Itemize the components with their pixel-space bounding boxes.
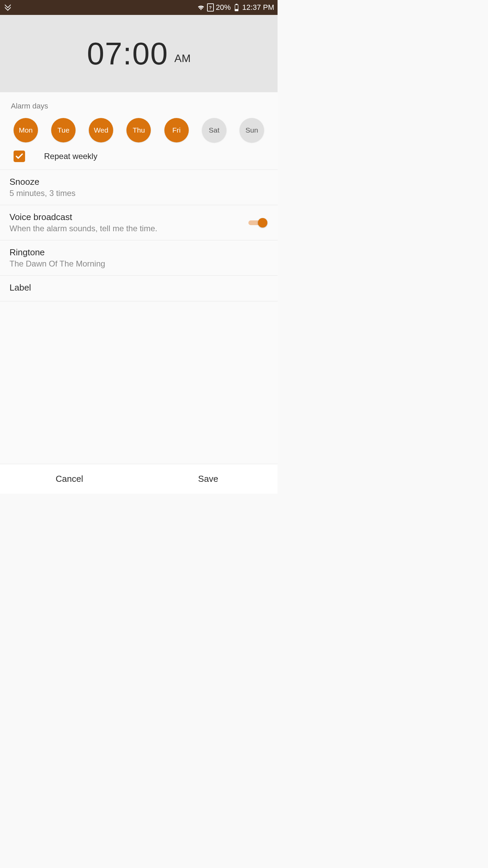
day-chip-thu[interactable]: Thu [126, 118, 151, 142]
voice-broadcast-setting[interactable]: Voice broadcast When the alarm sounds, t… [0, 205, 278, 240]
ringtone-setting[interactable]: Ringtone The Dawn Of The Morning [0, 240, 278, 275]
alarm-settings-content: Alarm days Mon Tue Wed Thu Fri Sat Sun R… [0, 92, 278, 464]
voice-broadcast-toggle[interactable] [248, 218, 266, 228]
day-chip-tue[interactable]: Tue [51, 118, 76, 142]
alarm-time-value: 07:00 [87, 36, 168, 72]
repeat-weekly-label: Repeat weekly [44, 152, 97, 161]
svg-rect-2 [235, 9, 238, 11]
day-chip-sat[interactable]: Sat [202, 118, 226, 142]
alarm-time-period: AM [175, 52, 191, 65]
ringtone-title: Ringtone [9, 247, 268, 258]
label-title: Label [9, 282, 268, 293]
day-chip-wed[interactable]: Wed [89, 118, 113, 142]
voice-broadcast-title: Voice broadcast [9, 212, 248, 222]
status-time: 12:37 PM [242, 3, 274, 12]
alarm-days-row: Mon Tue Wed Thu Fri Sat Sun [0, 115, 278, 149]
alarm-time-picker[interactable]: 07:00 AM [0, 15, 278, 92]
repeat-weekly-row: Repeat weekly [0, 149, 278, 170]
snooze-setting[interactable]: Snooze 5 minutes, 3 times [0, 170, 278, 205]
battery-icon [233, 4, 240, 11]
status-bar: ? 20% 12:37 PM [0, 0, 278, 15]
status-right: ? 20% 12:37 PM [197, 3, 274, 12]
checkmark-icon [15, 152, 24, 161]
sd-card-icon: ? [207, 3, 214, 12]
ringtone-subtitle: The Dawn Of The Morning [9, 259, 268, 269]
app-notification-icon [3, 2, 12, 11]
status-left [3, 2, 197, 13]
alarm-days-header: Alarm days [0, 92, 278, 115]
cancel-button[interactable]: Cancel [0, 464, 139, 494]
snooze-title: Snooze [9, 177, 268, 187]
label-setting[interactable]: Label [0, 275, 278, 301]
voice-broadcast-subtitle: When the alarm sounds, tell me the time. [9, 224, 248, 233]
wifi-icon [197, 3, 205, 12]
toggle-thumb [258, 218, 267, 228]
battery-percentage: 20% [216, 3, 231, 12]
bottom-action-bar: Cancel Save [0, 464, 278, 494]
snooze-subtitle: 5 minutes, 3 times [9, 189, 268, 198]
day-chip-sun[interactable]: Sun [240, 118, 264, 142]
repeat-weekly-checkbox[interactable] [14, 151, 25, 162]
svg-rect-1 [236, 4, 237, 5]
day-chip-mon[interactable]: Mon [14, 118, 38, 142]
save-button[interactable]: Save [139, 464, 278, 494]
day-chip-fri[interactable]: Fri [164, 118, 189, 142]
